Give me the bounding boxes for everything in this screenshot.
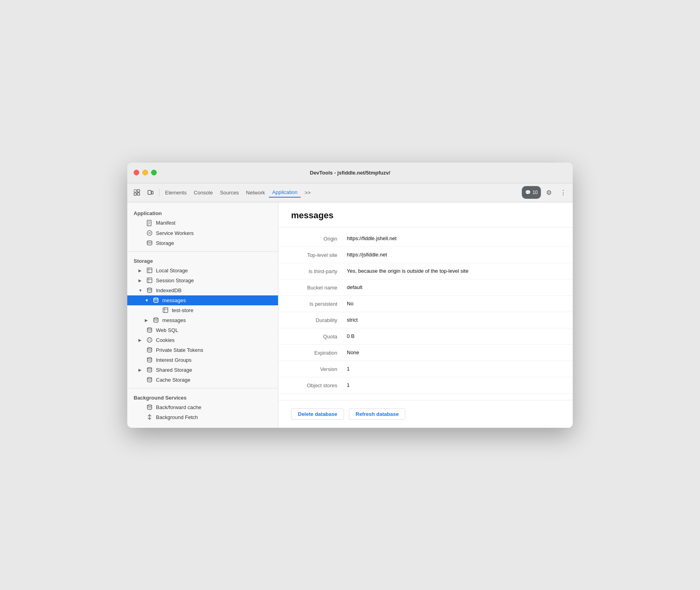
section-background: Background Services	[127, 392, 278, 402]
service-workers-icon	[146, 230, 153, 236]
label-is-persistent: Is persistent	[291, 301, 347, 307]
svg-point-30	[148, 347, 152, 349]
messages-sub-icon	[153, 317, 159, 323]
tab-network[interactable]: Network	[243, 188, 268, 197]
cache-storage-label: Cache Storage	[156, 377, 191, 383]
close-button[interactable]	[134, 170, 139, 175]
sidebar-div-1	[127, 251, 278, 252]
sidebar-item-private-state-tokens[interactable]: ▶ Private State Tokens	[127, 345, 278, 355]
indexeddb-icon	[146, 287, 153, 293]
svg-rect-5	[152, 191, 153, 194]
svg-point-18	[148, 288, 152, 289]
sidebar-item-manifest[interactable]: ▶ Manifest	[127, 218, 278, 228]
messages-sub-chevron: ▶	[145, 318, 150, 322]
badge-number: 10	[533, 190, 538, 195]
session-storage-icon	[146, 278, 153, 283]
websql-label: Web SQL	[156, 327, 178, 333]
svg-point-31	[148, 357, 152, 359]
field-durability: Durability strict	[278, 312, 573, 328]
cache-storage-icon	[146, 377, 153, 382]
local-storage-icon	[146, 268, 153, 273]
value-is-persistent: No	[347, 301, 560, 307]
svg-rect-20	[163, 308, 168, 312]
background-fetch-icon	[146, 414, 153, 420]
value-origin: https://fiddle.jshell.net	[347, 235, 560, 241]
svg-point-19	[154, 298, 158, 299]
pst-icon	[146, 347, 153, 353]
shared-storage-icon	[146, 367, 153, 373]
sidebar-item-background-fetch[interactable]: ▶ Background Fetch	[127, 412, 278, 422]
indexeddb-label: IndexedDB	[156, 287, 181, 293]
sidebar-item-websql[interactable]: ▶ Web SQL	[127, 325, 278, 335]
value-expiration: None	[347, 349, 560, 355]
tab-elements[interactable]: Elements	[162, 188, 190, 197]
sidebar-item-session-storage[interactable]: ▶ Session Storage	[127, 276, 278, 285]
tab-application[interactable]: Application	[269, 188, 301, 198]
label-is-third-party: Is third-party	[291, 268, 347, 274]
content-title: messages	[291, 210, 560, 221]
cookies-icon	[146, 337, 153, 343]
tab-console[interactable]: Console	[191, 188, 216, 197]
svg-point-26	[148, 339, 149, 340]
sidebar-item-back-forward-cache[interactable]: ▶ Back/forward cache	[127, 402, 278, 412]
label-top-level-site: Top-level site	[291, 252, 347, 258]
badge-count[interactable]: 💬 10	[522, 186, 541, 199]
minimize-button[interactable]	[142, 170, 148, 175]
websql-icon	[146, 327, 153, 333]
back-forward-cache-icon	[146, 404, 153, 410]
sidebar-item-messages-db[interactable]: ▼ messages	[127, 295, 278, 305]
device-toggle-btn[interactable]	[144, 186, 157, 199]
sidebar-item-messages-sub[interactable]: ▶ messages	[127, 315, 278, 325]
label-expiration: Expiration	[291, 349, 347, 356]
service-workers-label: Service Workers	[156, 230, 194, 236]
sidebar-item-service-workers[interactable]: ▶ Service Workers	[127, 228, 278, 238]
svg-point-25	[147, 338, 152, 342]
value-quota: 0 B	[347, 333, 560, 339]
detail-table: Origin https://fiddle.jshell.net Top-lev…	[278, 227, 573, 397]
svg-rect-0	[134, 190, 136, 192]
sidebar-item-shared-storage[interactable]: ▶ Shared Storage	[127, 365, 278, 375]
maximize-button[interactable]	[151, 170, 157, 175]
sidebar-item-cookies[interactable]: ▶ Cookies	[127, 335, 278, 345]
value-is-third-party: Yes, because the origin is outside of th…	[347, 268, 560, 274]
sidebar-item-storage-app[interactable]: ▶ Storage	[127, 238, 278, 248]
sidebar-item-interest-groups[interactable]: ▶ Interest Groups	[127, 355, 278, 365]
svg-rect-15	[147, 278, 152, 283]
storage-app-icon	[146, 240, 153, 246]
value-version: 1	[347, 366, 560, 372]
svg-rect-12	[147, 268, 152, 273]
messages-db-icon	[153, 297, 159, 303]
sidebar-div-2	[127, 388, 278, 388]
field-bucket-name: Bucket name default	[278, 279, 573, 296]
window-title: DevTools - jsfiddle.net/5tmpfuzv/	[310, 170, 390, 176]
sidebar-item-cache-storage[interactable]: ▶ Cache Storage	[127, 375, 278, 385]
delete-database-button[interactable]: Delete database	[291, 408, 344, 420]
tab-sources[interactable]: Sources	[217, 188, 242, 197]
label-object-stores: Object stores	[291, 382, 347, 388]
settings-btn[interactable]: ⚙	[542, 186, 555, 199]
traffic-lights	[134, 170, 157, 175]
messages-sub-label: messages	[162, 317, 186, 323]
sidebar: Application ▶ Manifest ▶	[127, 202, 278, 428]
sidebar-item-test-store[interactable]: ▶ test-store	[127, 305, 278, 315]
svg-rect-1	[137, 190, 140, 192]
ig-label: Interest Groups	[156, 357, 192, 363]
badge-icon: 💬	[525, 190, 531, 195]
refresh-database-button[interactable]: Refresh database	[349, 408, 405, 420]
sidebar-item-local-storage[interactable]: ▶ Local Storage	[127, 266, 278, 276]
field-quota: Quota 0 B	[278, 328, 573, 345]
value-bucket-name: default	[347, 284, 560, 290]
more-options-btn[interactable]: ⋮	[557, 186, 570, 199]
label-bucket-name: Bucket name	[291, 284, 347, 291]
messages-db-label: messages	[162, 297, 186, 303]
devtools-window: DevTools - jsfiddle.net/5tmpfuzv/ Elemen…	[127, 163, 573, 428]
label-durability: Durability	[291, 317, 347, 323]
inspector-icon-btn[interactable]	[130, 186, 143, 199]
toolbar: Elements Console Sources Network Applica…	[127, 183, 573, 202]
svg-rect-4	[148, 190, 151, 194]
test-store-icon	[162, 307, 169, 313]
value-top-level-site: https://jsfiddle.net	[347, 252, 560, 258]
sidebar-item-indexeddb[interactable]: ▼ IndexedDB	[127, 285, 278, 295]
manifest-label: Manifest	[156, 220, 175, 226]
more-tabs-btn[interactable]: >>	[301, 188, 314, 197]
